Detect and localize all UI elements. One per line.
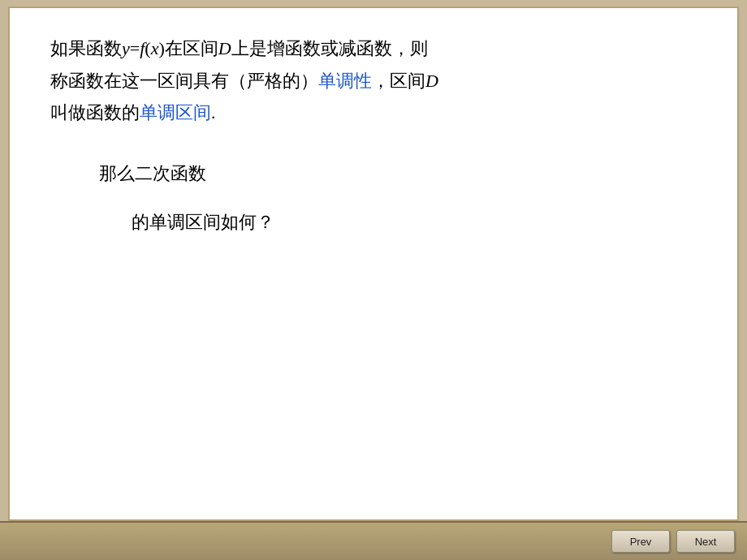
text-part1: 如果函数: [50, 38, 122, 58]
text-line3-end: .: [211, 102, 216, 123]
tertiary-text: 的单调区间如何？: [50, 210, 697, 235]
slide-content-area: 如果函数y=f(x)在区间D上是增函数或减函数，则 称函数在这一区间具有（严格的…: [8, 6, 739, 521]
text-line2-part2: ，区间: [372, 71, 425, 91]
italic-x: x: [151, 38, 159, 58]
text-line2-part1: 称函数在这一区间具有（严格的）: [50, 71, 318, 91]
main-paragraph: 如果函数y=f(x)在区间D上是增函数或减函数，则 称函数在这一区间具有（严格的…: [50, 32, 697, 129]
italic-D2: D: [425, 71, 438, 91]
text-part5: 上是增函数或减函数，则: [231, 38, 428, 58]
italic-y: y: [122, 38, 130, 58]
text-paren-open: (: [145, 38, 150, 58]
text-part4: )在区间: [158, 38, 218, 58]
text-line3-part1: 叫做函数的: [50, 102, 140, 123]
next-button[interactable]: Next: [676, 530, 735, 553]
italic-D: D: [218, 38, 231, 58]
text-equals: =: [130, 38, 140, 58]
highlight-monotone: 单调性: [318, 71, 372, 91]
secondary-text: 那么二次函数: [50, 162, 697, 186]
prev-button[interactable]: Prev: [611, 530, 670, 553]
bottom-navigation-bar: Prev Next: [0, 521, 747, 560]
slide-container: 如果函数y=f(x)在区间D上是增函数或减函数，则 称函数在这一区间具有（严格的…: [0, 0, 747, 560]
highlight-monotone-interval: 单调区间: [140, 102, 211, 123]
